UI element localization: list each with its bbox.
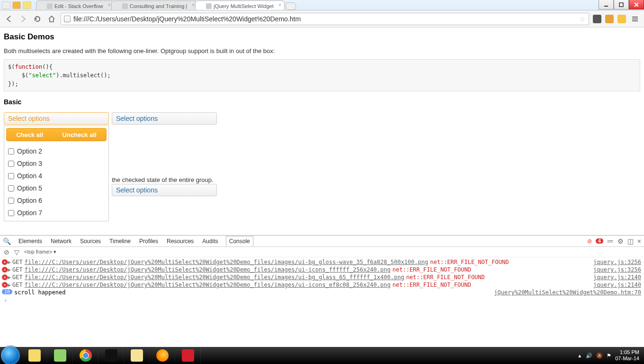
multiselect-option-list[interactable]: Option 2 Option 3 Option 4 Option 5 Opti… [4,143,108,221]
url-text: file:///C:/Users/user/Desktop/jQuery%20M… [73,15,301,23]
console-error-line: × ▶ GET file:///C:/Users/user/Desktop/jQ… [0,258,644,266]
devtools-tab-network[interactable]: Network [50,236,72,246]
taskbar-app-chrome[interactable] [73,347,98,364]
devtools-tab-profiles[interactable]: Profiles [138,236,159,246]
option-checkbox[interactable] [8,198,14,204]
ql-icon[interactable] [23,1,31,9]
clock[interactable]: 1:05 PM 07-Mar-14 [615,349,639,361]
expand-arrow-icon[interactable]: ▶ [8,282,12,288]
multiselect-option[interactable]: Option 6 [6,194,107,207]
window-close-button[interactable] [629,0,644,9]
tray-arrow-icon[interactable]: ▲ [577,353,582,358]
multiselect-button[interactable]: Select options [112,184,217,196]
devtools-tab-audits[interactable]: Audits [201,236,219,246]
back-button[interactable] [4,14,14,24]
window-maximize-button[interactable] [614,0,629,9]
volume-icon[interactable]: 🔊 [586,353,592,359]
log-source[interactable]: jQuery%20MultiSelect%20Widget%20Demo.htm… [494,289,641,296]
expand-arrow-icon[interactable]: ▶ [8,266,12,273]
expand-arrow-icon[interactable]: ▶ [8,274,12,281]
favicon-icon [122,3,128,9]
tab-close-icon[interactable]: × [192,2,195,8]
multiselect-option[interactable]: Option 2 [6,145,107,157]
window-minimize-button[interactable] [599,0,614,9]
action-center-icon[interactable]: ⚑ [607,353,611,359]
error-icon: ⊘ [587,238,592,245]
taskbar-app-firefox[interactable] [150,347,175,364]
settings-gear-icon[interactable]: ⚙ [617,237,624,245]
taskbar-app-explorer[interactable] [124,347,150,364]
error-url[interactable]: file:///C:/Users/user/Desktop/jQuery%20M… [25,259,429,265]
search-icon[interactable]: 🔍 [3,237,11,245]
tab-close-icon[interactable]: × [108,2,111,8]
error-code: net::ERR_FILE_NOT_FOUND [393,282,471,288]
taskbar-app[interactable] [98,347,124,364]
error-source[interactable]: jquery.js:2140 [593,274,641,281]
browser-tab-strip: Edit - Stack Overflow × Consulting and T… [33,0,599,10]
multiselect-button[interactable]: Select options [112,112,217,125]
browser-tab[interactable]: Edit - Stack Overflow × [36,0,114,10]
option-checkbox[interactable] [8,210,14,216]
start-button[interactable] [1,346,20,364]
chrome-menu-button[interactable] [630,14,640,24]
devtools-tab-console[interactable]: Console [226,236,253,246]
taskbar-app[interactable] [47,347,73,364]
extension-icon[interactable] [605,15,614,23]
forward-button[interactable] [18,14,28,24]
browser-tab[interactable]: Consulting and Training | × [111,0,198,10]
devtools-tab-resources[interactable]: Resources [166,236,195,246]
option-checkbox[interactable] [8,185,14,191]
error-source[interactable]: jquery.js:3256 [593,259,641,265]
option-checkbox[interactable] [8,173,14,179]
filter-icon[interactable]: ▽ [14,248,19,256]
tab-title: Edit - Stack Overflow [54,3,103,9]
check-all-button[interactable]: Check all [16,131,43,138]
browser-tab-active[interactable]: jQuery MultiSelect Widget × [195,0,285,10]
drawer-toggle-icon[interactable]: ≔ [607,237,614,245]
devtools-panel: 🔍 Elements Network Sources Timeline Prof… [0,235,644,347]
uncheck-all-button[interactable]: Uncheck all [63,131,97,138]
multiselect-option[interactable]: Option 7 [6,207,107,219]
taskbar-app[interactable] [22,347,47,364]
error-url[interactable]: file:///C:/Users/user/Desktop/jQuery%20M… [25,266,391,273]
error-url[interactable]: file:///C:/Users/user/Desktop/jQuery%20M… [25,282,391,288]
tab-close-icon[interactable]: × [278,2,281,8]
option-checkbox[interactable] [8,148,14,155]
frame-selector[interactable]: <top frame> ▾ [24,249,56,255]
multiselect-button-active[interactable]: Select options [4,112,109,125]
bookmark-star-icon[interactable]: ☆ [580,15,586,23]
multiselect-option[interactable]: Option 4 [6,170,107,182]
taskbar-app-adobe[interactable] [175,347,201,364]
error-source[interactable]: jquery.js:3256 [593,266,641,273]
devtools-tab-timeline[interactable]: Timeline [108,236,132,246]
devtools-tab-bar: 🔍 Elements Network Sources Timeline Prof… [0,236,644,247]
multiselect-option[interactable]: Option 5 [6,182,107,194]
favicon-icon [206,3,212,9]
ql-icon[interactable] [12,1,21,9]
option-checkbox[interactable] [8,161,14,167]
home-button[interactable] [46,14,57,24]
network-icon[interactable]: 🔕 [596,353,603,359]
extension-icon[interactable] [593,15,601,23]
expand-arrow-icon[interactable]: ▶ [8,259,12,265]
devtools-close-icon[interactable]: × [637,237,641,245]
error-source[interactable]: jquery.js:2140 [593,282,641,288]
extension-icon[interactable] [617,15,626,23]
error-icon: × [2,259,8,265]
error-icon: × [2,282,8,288]
multiselect-option[interactable]: Option 3 [6,157,107,170]
console-output[interactable]: × ▶ GET file:///C:/Users/user/Desktop/jQ… [0,257,644,347]
dock-side-icon[interactable]: ◫ [627,237,634,245]
reload-button[interactable] [32,14,43,24]
devtools-tab-sources[interactable]: Sources [79,236,102,246]
address-bar[interactable]: file:///C:/Users/user/Desktop/jQuery%20M… [61,13,589,25]
clock-date: 07-Mar-14 [615,355,639,362]
clear-console-icon[interactable]: ⊘ [4,248,9,256]
new-tab-button[interactable] [286,2,296,10]
ql-icon[interactable] [2,1,10,9]
console-prompt[interactable]: › [0,296,644,305]
error-url[interactable]: file:///C:/Users/user/Desktop/jQuery%20M… [25,274,404,281]
devtools-tab-elements[interactable]: Elements [18,236,43,246]
option-label: Option 5 [17,184,42,192]
console-error-line: × ▶ GET file:///C:/Users/user/Desktop/jQ… [0,273,644,281]
